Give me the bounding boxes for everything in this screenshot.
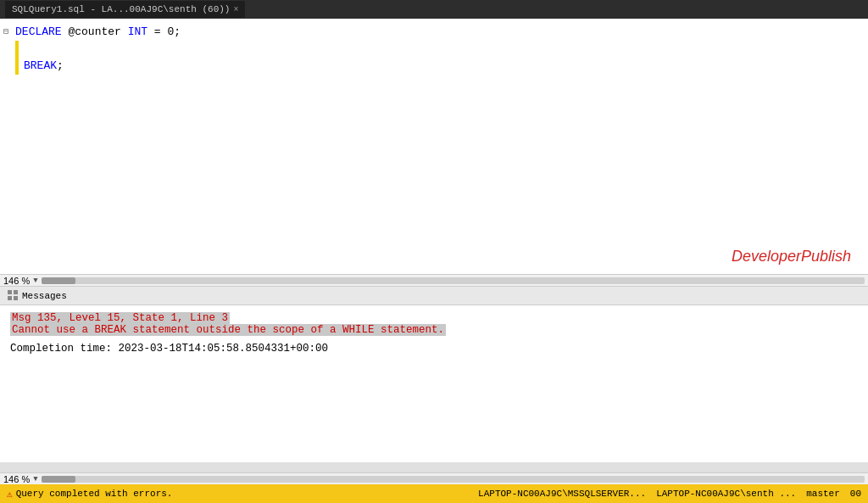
messages-zoom-label: 146 % (3, 474, 30, 484)
status-bar: ⚠ Query completed with errors. LAPTOP-NC… (0, 484, 868, 503)
svg-rect-3 (14, 296, 18, 300)
messages-content: Msg 135, Level 15, State 1, Line 3 Canno… (0, 305, 868, 462)
database-name: master (806, 489, 840, 499)
error-highlight-1: Msg 135, Level 15, State 1, Line 3 (10, 312, 230, 324)
horizontal-scrollbar-track[interactable] (42, 277, 865, 284)
code-line-2 (0, 41, 868, 58)
code-text-2 (19, 41, 31, 58)
server-name-2: LAPTOP-NC00AJ9C\senth ... (656, 489, 796, 499)
code-content: ⊟ DECLARE @counter INT = 0; BREAK; (0, 19, 868, 80)
collapse-icon[interactable]: ⊟ (3, 25, 8, 38)
tab-close-button[interactable]: × (233, 5, 238, 14)
bottom-panel: Messages Msg 135, Level 15, State 1, Lin… (0, 286, 868, 472)
code-line-3: BREAK; (0, 58, 868, 75)
code-text-3: BREAK; (19, 58, 64, 75)
messages-zoom-arrow[interactable]: ▼ (33, 475, 37, 483)
status-code: 00 (850, 489, 861, 499)
editor-scrollbar-row: 146 % ▼ (0, 274, 868, 286)
svg-rect-2 (8, 296, 12, 300)
tab-label: SQLQuery1.sql - LA...00AJ9C\senth (60)) (12, 4, 230, 14)
code-text-1: DECLARE @counter INT = 0; (10, 24, 181, 41)
error-message-1: Msg 135, Level 15, State 1, Line 3 (10, 312, 858, 324)
svg-rect-1 (14, 290, 18, 294)
code-line-1: ⊟ DECLARE @counter INT = 0; (0, 24, 868, 41)
title-bar: SQLQuery1.sql - LA...00AJ9C\senth (60)) … (0, 0, 868, 19)
messages-hscroll-track[interactable] (42, 476, 865, 483)
status-left: ⚠ Query completed with errors. (7, 489, 172, 500)
completion-time: Completion time: 2023-03-18T14:05:58.850… (10, 343, 858, 355)
status-text: Query completed with errors. (16, 489, 173, 499)
zoom-label: 146 % (3, 276, 30, 286)
watermark-text: DeveloperPublish (732, 248, 851, 265)
error-highlight-2: Cannot use a BREAK statement outside the… (10, 324, 446, 336)
warning-icon: ⚠ (7, 489, 13, 500)
zoom-dropdown-arrow[interactable]: ▼ (33, 277, 37, 285)
messages-icon (7, 290, 19, 302)
server-name-1: LAPTOP-NC00AJ9C\MSSQLSERVER... (478, 489, 646, 499)
messages-scrollbar-row: 146 % ▼ (0, 472, 868, 484)
messages-hscroll-thumb[interactable] (42, 476, 75, 483)
messages-panel-label: Messages (22, 291, 67, 301)
horizontal-scrollbar-thumb[interactable] (42, 277, 75, 284)
error-message-2: Cannot use a BREAK statement outside the… (10, 324, 858, 336)
bottom-panel-scrollbar[interactable] (0, 462, 868, 472)
editor-area[interactable]: ⊟ DECLARE @counter INT = 0; BREAK; Devel… (0, 19, 868, 274)
query-tab[interactable]: SQLQuery1.sql - LA...00AJ9C\senth (60)) … (5, 1, 245, 18)
svg-rect-0 (8, 290, 12, 294)
messages-header: Messages (0, 287, 868, 305)
status-right: LAPTOP-NC00AJ9C\MSSQLSERVER... LAPTOP-NC… (478, 489, 861, 499)
